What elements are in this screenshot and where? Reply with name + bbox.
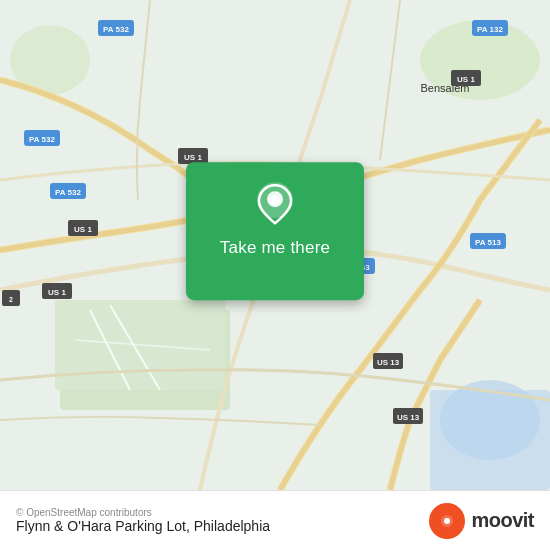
moovit-logo: moovit bbox=[429, 503, 534, 539]
map-container: PA 532 PA 532 PA 532 US 1 US 1 US 1 PA 6… bbox=[0, 0, 550, 490]
moovit-brand-icon bbox=[436, 510, 458, 532]
svg-text:US 1: US 1 bbox=[184, 153, 202, 162]
svg-text:US 13: US 13 bbox=[397, 413, 420, 422]
bottom-bar: © OpenStreetMap contributors Flynn & O'H… bbox=[0, 490, 550, 550]
moovit-icon bbox=[429, 503, 465, 539]
location-pin-icon bbox=[251, 180, 299, 228]
svg-text:PA 532: PA 532 bbox=[55, 188, 81, 197]
svg-point-42 bbox=[444, 518, 450, 524]
svg-rect-5 bbox=[430, 390, 550, 490]
svg-text:2: 2 bbox=[9, 296, 13, 303]
bottom-left-info: © OpenStreetMap contributors Flynn & O'H… bbox=[16, 507, 270, 534]
moovit-text: moovit bbox=[471, 509, 534, 532]
navigation-card[interactable]: Take me there bbox=[186, 162, 364, 300]
svg-text:PA 513: PA 513 bbox=[475, 238, 501, 247]
svg-text:US 13: US 13 bbox=[377, 358, 400, 367]
svg-text:PA 532: PA 532 bbox=[29, 135, 55, 144]
take-me-there-button[interactable]: Take me there bbox=[220, 238, 330, 258]
svg-text:Bensalem: Bensalem bbox=[421, 82, 470, 94]
svg-point-39 bbox=[270, 195, 280, 205]
location-name: Flynn & O'Hara Parking Lot, Philadelphia bbox=[16, 518, 270, 534]
copyright-text: © OpenStreetMap contributors bbox=[16, 507, 270, 518]
svg-text:US 1: US 1 bbox=[74, 225, 92, 234]
svg-text:PA 532: PA 532 bbox=[103, 25, 129, 34]
take-me-there-overlay: Take me there bbox=[186, 162, 364, 300]
svg-text:US 1: US 1 bbox=[48, 288, 66, 297]
svg-text:PA 132: PA 132 bbox=[477, 25, 503, 34]
